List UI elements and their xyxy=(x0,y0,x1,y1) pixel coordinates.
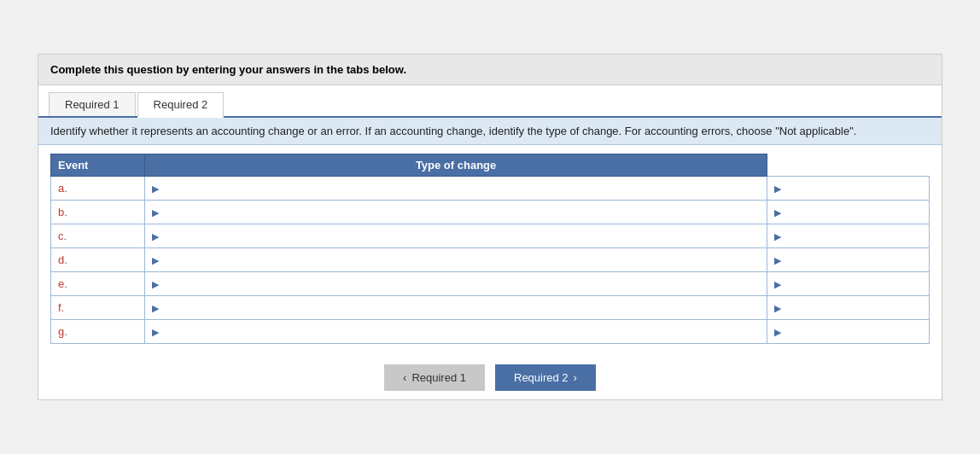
table-container: Event Type of change a.▶▶b.▶▶c.▶▶d.▶▶e.▶… xyxy=(38,154,942,352)
main-container: Complete this question by entering your … xyxy=(38,54,942,400)
dropdown-col2-row6[interactable]: ▶ xyxy=(767,320,930,344)
table-row: e.▶▶ xyxy=(51,272,930,296)
next-button[interactable]: Required 2 › xyxy=(495,364,596,391)
next-button-label: Required 2 xyxy=(514,371,569,384)
footer-buttons: ‹ Required 1 Required 2 › xyxy=(38,352,942,399)
table-row: a.▶▶ xyxy=(51,177,930,201)
prev-button-label: Required 1 xyxy=(411,371,466,384)
event-cell-e: e. xyxy=(51,272,145,296)
event-cell-d: d. xyxy=(51,248,145,272)
dropdown-arrow-icon: ▶ xyxy=(152,231,159,242)
dropdown-arrow-icon: ▶ xyxy=(152,327,159,338)
dropdown-arrow-icon: ▶ xyxy=(774,207,781,218)
dropdown-col1-row5[interactable]: ▶ xyxy=(145,296,767,320)
table-row: d.▶▶ xyxy=(51,248,930,272)
dropdown-col1-row3[interactable]: ▶ xyxy=(145,248,767,272)
tab-required1[interactable]: Required 1 xyxy=(49,92,136,116)
dropdown-col2-row1[interactable]: ▶ xyxy=(767,201,930,224)
dropdown-arrow-icon: ▶ xyxy=(152,183,159,195)
instruction-text: Complete this question by entering your … xyxy=(50,63,406,76)
dropdown-col1-row2[interactable]: ▶ xyxy=(145,224,767,248)
col-type-header: Type of change xyxy=(145,154,767,177)
prev-arrow-icon: ‹ xyxy=(403,371,406,384)
description-text: Identify whether it represents an accoun… xyxy=(50,125,856,137)
dropdown-arrow-icon: ▶ xyxy=(774,303,781,314)
dropdown-arrow-icon: ▶ xyxy=(774,231,781,242)
dropdown-col2-row0[interactable]: ▶ xyxy=(767,177,930,201)
table-row: c.▶▶ xyxy=(51,224,930,248)
dropdown-arrow-icon: ▶ xyxy=(774,279,781,290)
dropdown-col1-row4[interactable]: ▶ xyxy=(145,272,767,296)
dropdown-col2-row2[interactable]: ▶ xyxy=(767,224,930,248)
event-cell-f: f. xyxy=(51,296,145,320)
dropdown-arrow-icon: ▶ xyxy=(774,183,781,195)
table-row: b.▶▶ xyxy=(51,201,930,224)
tab-required2[interactable]: Required 2 xyxy=(137,92,225,118)
next-arrow-icon: › xyxy=(574,371,577,384)
dropdown-col1-row1[interactable]: ▶ xyxy=(145,201,767,224)
event-cell-g: g. xyxy=(51,320,145,344)
prev-button[interactable]: ‹ Required 1 xyxy=(384,364,485,391)
data-table: Event Type of change a.▶▶b.▶▶c.▶▶d.▶▶e.▶… xyxy=(50,154,930,344)
event-cell-b: b. xyxy=(51,201,145,224)
dropdown-col2-row4[interactable]: ▶ xyxy=(767,272,930,296)
event-cell-a: a. xyxy=(51,177,145,201)
dropdown-arrow-icon: ▶ xyxy=(152,207,159,218)
dropdown-arrow-icon: ▶ xyxy=(152,303,159,314)
table-row: g.▶▶ xyxy=(51,320,930,344)
dropdown-col2-row3[interactable]: ▶ xyxy=(767,248,930,272)
event-cell-c: c. xyxy=(51,224,145,248)
dropdown-arrow-icon: ▶ xyxy=(774,327,781,338)
dropdown-col1-row0[interactable]: ▶ xyxy=(145,177,767,201)
description-bar: Identify whether it represents an accoun… xyxy=(38,118,942,145)
table-row: f.▶▶ xyxy=(51,296,930,320)
col-event-header: Event xyxy=(51,154,145,177)
dropdown-col2-row5[interactable]: ▶ xyxy=(767,296,930,320)
dropdown-arrow-icon: ▶ xyxy=(152,279,159,290)
dropdown-arrow-icon: ▶ xyxy=(152,255,159,266)
dropdown-col1-row6[interactable]: ▶ xyxy=(145,320,767,344)
instruction-bar: Complete this question by entering your … xyxy=(38,55,942,85)
tabs-bar: Required 1 Required 2 xyxy=(38,85,942,118)
dropdown-arrow-icon: ▶ xyxy=(774,255,781,266)
